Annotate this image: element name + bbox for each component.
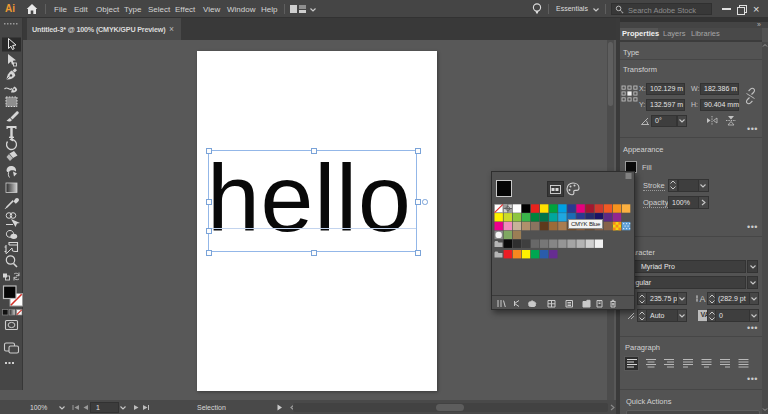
svg-text:A: A [700,294,706,304]
